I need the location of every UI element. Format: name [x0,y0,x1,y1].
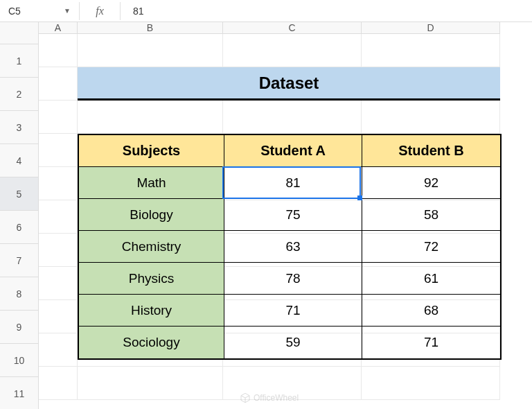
subject-cell[interactable]: Sociology [79,327,224,358]
data-cell[interactable]: 71 [224,295,362,327]
col-header-b[interactable]: B [78,22,223,34]
row-header-11[interactable]: 11 [0,377,39,409]
data-cell[interactable]: 72 [362,231,500,263]
data-cell[interactable]: 81 [224,167,362,199]
data-cell[interactable]: 68 [362,295,500,327]
subject-cell[interactable]: Biology [79,199,224,231]
data-cell[interactable]: 59 [224,327,362,358]
data-cell[interactable]: 75 [224,199,362,231]
subject-cell[interactable]: History [79,295,224,327]
table-row: History 71 68 [79,295,500,327]
chevron-down-icon[interactable]: ▼ [64,7,73,15]
dataset-title[interactable]: Dataset [78,67,500,101]
header-subjects[interactable]: Subjects [79,135,224,167]
formula-input[interactable]: 81 [121,2,529,20]
data-cell[interactable]: 58 [362,199,500,231]
row-header-6[interactable]: 6 [0,211,39,244]
col-header-c[interactable]: C [223,22,362,34]
table-row: Chemistry 63 72 [79,231,500,263]
table-row: Sociology 59 71 [79,327,500,358]
subject-cell[interactable]: Chemistry [79,231,224,263]
fx-icon[interactable]: fx [79,2,121,20]
data-cell[interactable]: 63 [224,231,362,263]
table-row: Physics 78 61 [79,263,500,295]
subject-cell[interactable]: Physics [79,263,224,295]
row-header-3[interactable]: 3 [0,111,39,144]
formula-bar: C5 ▼ fx 81 [0,0,532,22]
cells-area[interactable]: Dataset Subjects Student A Student B Mat… [39,34,532,400]
header-student-a[interactable]: Student A [224,135,362,167]
row-header-2[interactable]: 2 [0,78,39,111]
data-cell[interactable]: 92 [362,167,500,199]
data-cell[interactable]: 71 [362,327,500,358]
select-all-corner[interactable] [0,22,39,44]
row-header-4[interactable]: 4 [0,144,39,177]
name-box-value: C5 [8,6,21,17]
data-cell[interactable]: 61 [362,263,500,295]
col-header-d[interactable]: D [362,22,500,34]
row-header-7[interactable]: 7 [0,244,39,277]
table-row: Math 81 92 [79,167,500,199]
row-header-5[interactable]: 5 [0,177,39,211]
table-row: Biology 75 58 [79,199,500,231]
formula-value: 81 [133,6,144,17]
subject-cell[interactable]: Math [79,167,224,199]
data-table: Subjects Student A Student B Math 81 92 … [78,134,502,360]
row-header-9[interactable]: 9 [0,311,39,344]
spreadsheet-grid: 1 2 3 4 5 6 7 8 9 10 11 A B C D [0,22,532,409]
row-header-8[interactable]: 8 [0,277,39,311]
header-student-b[interactable]: Student B [362,135,500,167]
row-header-1[interactable]: 1 [0,44,39,78]
table-header-row: Subjects Student A Student B [79,135,500,167]
col-header-a[interactable]: A [39,22,78,34]
data-cell[interactable]: 78 [224,263,362,295]
name-box[interactable]: C5 ▼ [3,2,79,20]
row-header-10[interactable]: 10 [0,344,39,377]
